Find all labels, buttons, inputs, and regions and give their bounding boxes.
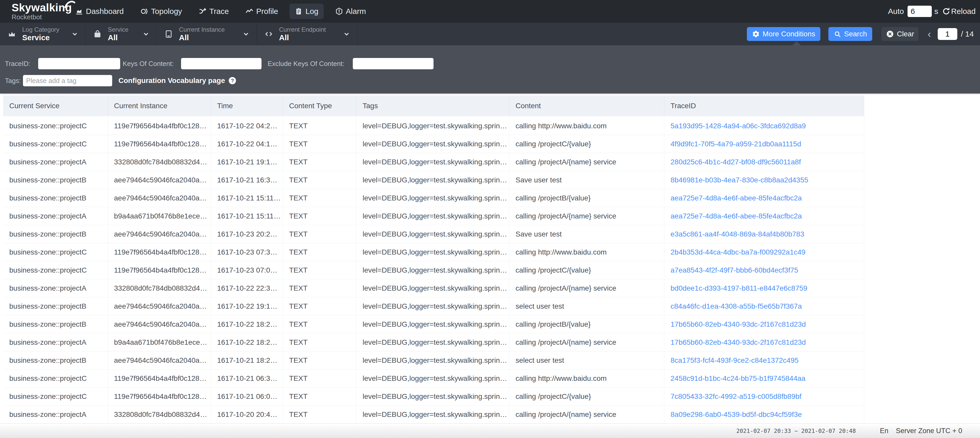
cell-trace-id-link[interactable]: a7ea8543-4f2f-49f7-bbb6-60bd4ecf3f75 xyxy=(664,261,864,279)
nav-item-trace[interactable]: Trace xyxy=(199,7,229,16)
cell-content-type: TEXT xyxy=(283,153,356,171)
current-endpoint-selector[interactable]: Current Endpoint All xyxy=(257,23,358,45)
cell-tags: level=DEBUG,logger=test.skywalking.sprin… xyxy=(356,351,509,369)
keys-of-content-input[interactable] xyxy=(181,58,261,69)
time-range[interactable]: 2021-02-07 20:33 ~ 2021-02-07 20:48 xyxy=(736,428,856,434)
trace-icon xyxy=(199,7,207,16)
page-total: / 14 xyxy=(961,30,974,38)
cell-trace-id-link[interactable]: aea725e7-4d8a-4e6f-abee-85fe4acfbc2a xyxy=(664,207,864,225)
exclude-keys-input[interactable] xyxy=(353,58,434,69)
tags-input[interactable] xyxy=(23,75,112,86)
cell-current-instance: 119e7f96564b4a4fbf0c128a7b... xyxy=(108,243,211,261)
more-conditions-panel: TraceID: Keys Of Content: Exclude Keys O… xyxy=(0,45,980,94)
page-input[interactable] xyxy=(938,28,957,40)
cell-tags: level=DEBUG,logger=test.skywalking.sprin… xyxy=(356,171,509,189)
cell-current-service: business-zone::projectA xyxy=(3,207,108,225)
nav-item-log[interactable]: Log xyxy=(290,3,323,19)
clear-button[interactable]: Clear xyxy=(881,27,919,41)
cell-trace-id-link[interactable]: c84a46fc-d1ea-4308-a55b-f5e65b7f367a xyxy=(664,297,864,315)
table-row: business-zone::projectA 332808d0fc784db0… xyxy=(3,279,864,297)
cell-current-instance: 119e7f96564b4a4fbf0c128a7b... xyxy=(108,370,211,387)
page-prev-button[interactable]: ‹ xyxy=(928,29,931,39)
nav-item-dashboard[interactable]: Dashboard xyxy=(75,7,124,16)
column-header-current-instance: Current Instance xyxy=(108,95,211,116)
cell-time: 1617-10-21 18:26:05 xyxy=(211,351,283,369)
cell-tags: level=DEBUG,logger=test.skywalking.sprin… xyxy=(356,243,509,261)
cell-trace-id-link[interactable]: 8ca175f3-fcf4-493f-9ce2-c84e1372c495 xyxy=(664,351,864,369)
vocabulary-page-link[interactable]: Configuration Vocabulary page xyxy=(118,76,225,85)
nav-item-profile[interactable]: Profile xyxy=(245,7,278,16)
table-row: business-zone::projectA b9a4aa671b0f476b… xyxy=(3,207,864,225)
cell-trace-id-link[interactable]: 17b65b60-82eb-4340-93dc-2f167c81d23d xyxy=(664,333,864,351)
instance-device-icon xyxy=(164,29,173,39)
cell-tags: level=DEBUG,logger=test.skywalking.sprin… xyxy=(356,333,509,351)
top-navbar: Skywalking Rocketbot Dashboard Topology … xyxy=(0,0,980,23)
cell-trace-id-link[interactable]: aea725e7-4d8a-4e6f-abee-85fe4acfbc2a xyxy=(664,189,864,207)
server-zone[interactable]: Server Zone UTC + 0 xyxy=(896,427,962,435)
selector-value: All xyxy=(108,33,129,42)
current-instance-selector[interactable]: Current Instance All xyxy=(157,23,257,45)
nav-item-topology[interactable]: Topology xyxy=(140,7,182,16)
auto-interval-input[interactable] xyxy=(908,6,932,17)
nav-label: Dashboard xyxy=(86,7,124,16)
help-icon[interactable]: ? xyxy=(229,77,236,84)
table-row: business-zone::projectB aee79464c59046fc… xyxy=(3,225,864,243)
trace-id-input[interactable] xyxy=(38,58,120,69)
cell-trace-id-link[interactable]: 2458c91d-b1bc-4c24-bb75-b1f9745844aa xyxy=(664,370,864,387)
service-box-icon xyxy=(93,29,102,39)
cell-trace-id-link[interactable]: 4f9d9fc1-70f5-4a79-a959-21db0aa1115d xyxy=(664,135,864,153)
service-selector[interactable]: Service All xyxy=(86,23,157,45)
cell-trace-id-link[interactable]: 7c805433-32fc-4992-a519-c005d8fb89bf xyxy=(664,387,864,405)
log-category-selector[interactable]: Log Category Service xyxy=(0,23,86,45)
nav-item-alarm[interactable]: Alarm xyxy=(335,7,366,16)
cell-content-type: TEXT xyxy=(283,135,356,153)
cell-current-service: business-zone::projectB xyxy=(3,351,108,369)
cell-content: calling /projectC/{value} xyxy=(509,261,664,279)
cell-time: 1617-10-21 06:07:06 xyxy=(211,387,283,405)
search-button[interactable]: Search xyxy=(828,27,872,41)
cell-current-instance: aee79464c59046fca2040a6c68... xyxy=(108,297,211,315)
cell-trace-id-link[interactable]: e3a5c861-aa4f-4048-869a-84af4b80b783 xyxy=(664,225,864,243)
cell-trace-id-link[interactable]: 5a193d95-1428-4a94-a06c-3fdca692d8a9 xyxy=(664,117,864,135)
more-conditions-button[interactable]: More Conditions xyxy=(747,27,820,41)
more-conditions-label: More Conditions xyxy=(763,30,815,38)
cell-current-service: business-zone::projectB xyxy=(3,225,108,243)
cell-content-type: TEXT xyxy=(283,315,356,333)
cell-content: Save user test xyxy=(509,171,664,189)
cell-tags: level=DEBUG,logger=test.skywalking.sprin… xyxy=(356,153,509,171)
cell-current-instance: 119e7f96564b4a4fbf0c128a7b... xyxy=(108,261,211,279)
column-header-content: Content xyxy=(509,95,664,116)
table-row: business-zone::projectA 332808d0fc784db0… xyxy=(3,153,864,171)
search-icon xyxy=(834,30,841,38)
cell-content-type: TEXT xyxy=(283,351,356,369)
cell-current-instance: 119e7f96564b4a4fbf0c128a7b... xyxy=(108,387,211,405)
cell-time: 1617-10-22 19:10:00 xyxy=(211,297,283,315)
table-row: business-zone::projectC 119e7f96564b4a4f… xyxy=(3,135,864,153)
chevron-down-icon xyxy=(142,30,150,38)
cell-current-instance: 332808d0fc784db08832d40f6... xyxy=(108,153,211,171)
cell-current-service: business-zone::projectB xyxy=(3,297,108,315)
cell-trace-id-link[interactable]: 17b65b60-82eb-4340-93dc-2f167c81d23d xyxy=(664,315,864,333)
search-label: Search xyxy=(844,30,867,38)
cell-trace-id-link[interactable]: 8a09e298-6ab0-4539-bd5f-dbc94cf59f3e xyxy=(664,406,864,423)
table-row: business-zone::projectB aee79464c59046fc… xyxy=(3,315,864,333)
cell-current-service: business-zone::projectA xyxy=(3,333,108,351)
cell-trace-id-link[interactable]: 280d25c6-4b1c-4d27-bf08-df9c56011a8f xyxy=(664,153,864,171)
keys-of-content-label: Keys Of Content: xyxy=(123,60,174,68)
app-logo[interactable]: Skywalking Rocketbot xyxy=(12,2,74,21)
cell-trace-id-link[interactable]: bd0dee1c-d393-4197-b811-e8447e6c8759 xyxy=(664,279,864,297)
cell-content: calling http://www.baidu.com xyxy=(509,117,664,135)
profile-icon xyxy=(245,7,253,16)
topology-icon xyxy=(140,7,148,16)
reload-button[interactable]: Reload xyxy=(942,7,975,16)
chevron-down-icon xyxy=(343,30,350,38)
cell-time: 1617-10-20 20:40:02 xyxy=(211,406,283,423)
table-row: business-zone::projectC 119e7f96564b4a4f… xyxy=(3,117,864,135)
cell-content: select user test xyxy=(509,297,664,315)
cell-trace-id-link[interactable]: 2b4b353d-44ca-4dbc-ba7a-f009292a1c49 xyxy=(664,243,864,261)
cell-trace-id-link[interactable]: 8b46981e-b03b-4ea7-830e-c8b8aa2d4355 xyxy=(664,171,864,189)
cell-content: calling /projectA/{name} service xyxy=(509,406,664,423)
tags-label: Tags: xyxy=(5,77,21,85)
table-row: business-zone::projectB aee79464c59046fc… xyxy=(3,351,864,370)
language-selector[interactable]: En xyxy=(880,427,888,435)
